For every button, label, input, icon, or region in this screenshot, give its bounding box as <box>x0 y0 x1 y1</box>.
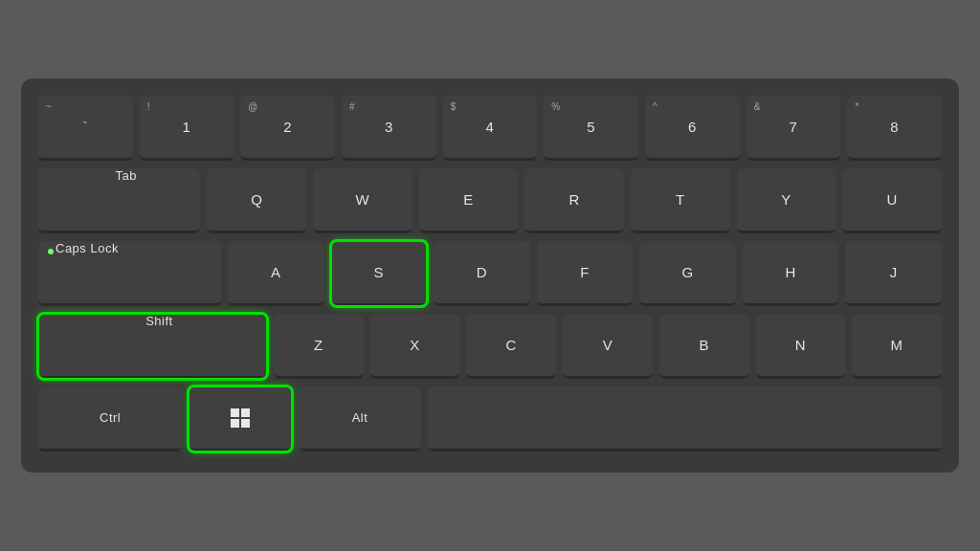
row-zxcv: Shift Z X C V B N M <box>38 314 942 379</box>
key-ctrl[interactable]: Ctrl <box>38 386 182 452</box>
key-3[interactable]: # 3 <box>342 96 436 161</box>
key-e[interactable]: E <box>419 168 519 233</box>
row-bottom: Ctrl Alt <box>38 386 942 452</box>
key-7-sub: & <box>754 101 761 112</box>
key-1-sub: ! <box>147 101 150 112</box>
key-j[interactable]: J <box>845 241 942 306</box>
key-space[interactable] <box>428 386 942 452</box>
key-shift[interactable]: Shift <box>38 314 267 379</box>
key-w[interactable]: W <box>313 168 412 233</box>
key-b[interactable]: B <box>659 314 749 379</box>
key-q[interactable]: Q <box>207 168 306 233</box>
key-t[interactable]: T <box>631 168 730 233</box>
key-1[interactable]: ! 1 <box>140 96 234 161</box>
svg-rect-2 <box>231 419 239 428</box>
svg-rect-3 <box>241 419 250 428</box>
key-g[interactable]: G <box>639 241 736 306</box>
key-backtick-sub: ~ <box>46 101 52 112</box>
key-4-sub: $ <box>451 101 457 112</box>
keyboard: ~ ` ! 1 @ 2 # 3 $ 4 % 5 ^ 6 & 7 <box>21 78 959 473</box>
key-c[interactable]: C <box>466 314 556 379</box>
windows-icon <box>230 408 251 429</box>
key-4[interactable]: $ 4 <box>443 96 538 161</box>
key-x[interactable]: X <box>370 314 460 379</box>
key-d[interactable]: D <box>434 241 530 306</box>
key-z[interactable]: Z <box>274 314 364 379</box>
key-8[interactable]: * 8 <box>847 96 942 161</box>
caps-lock-indicator <box>48 249 54 254</box>
key-tab[interactable]: Tab <box>38 168 200 233</box>
row-asdf: Caps Lock A S D F G H J <box>38 241 942 306</box>
key-2[interactable]: @ 2 <box>240 96 335 161</box>
key-8-sub: * <box>855 101 858 112</box>
key-6[interactable]: ^ 6 <box>645 96 740 161</box>
key-5[interactable]: % 5 <box>544 96 638 161</box>
svg-rect-0 <box>231 408 239 417</box>
row-qwerty: Tab Q W E R T Y U <box>38 168 942 233</box>
key-win[interactable] <box>189 386 291 452</box>
key-u[interactable]: U <box>842 168 942 233</box>
key-h[interactable]: H <box>743 241 839 306</box>
key-y[interactable]: Y <box>737 168 836 233</box>
key-2-sub: @ <box>248 101 258 112</box>
key-m[interactable]: M <box>852 314 942 379</box>
key-alt[interactable]: Alt <box>299 386 422 452</box>
key-a[interactable]: A <box>228 241 324 306</box>
key-backtick[interactable]: ~ ` <box>38 96 133 161</box>
caps-lock-label: Caps Lock <box>48 241 119 255</box>
key-f[interactable]: F <box>537 241 634 306</box>
key-s[interactable]: S <box>331 241 428 306</box>
key-v[interactable]: V <box>563 314 653 379</box>
key-n[interactable]: N <box>756 314 846 379</box>
key-7[interactable]: & 7 <box>746 96 841 161</box>
key-5-sub: % <box>551 101 560 112</box>
key-caps-lock[interactable]: Caps Lock <box>38 241 221 306</box>
key-3-sub: # <box>349 101 355 112</box>
svg-rect-1 <box>241 408 250 417</box>
key-6-sub: ^ <box>653 101 657 112</box>
key-r[interactable]: R <box>524 168 624 233</box>
row-numbers: ~ ` ! 1 @ 2 # 3 $ 4 % 5 ^ 6 & 7 <box>38 96 942 161</box>
